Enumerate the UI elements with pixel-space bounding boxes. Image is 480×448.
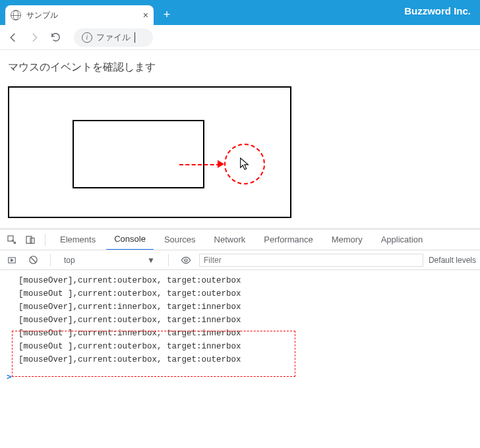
eye-icon[interactable] (178, 252, 194, 268)
svg-point-5 (185, 259, 187, 262)
play-icon[interactable] (4, 252, 20, 268)
devtools-tabbar: Elements Console Sources Network Perform… (0, 229, 480, 250)
filter-input[interactable] (199, 254, 423, 267)
tab-memory[interactable]: Memory (324, 229, 371, 250)
separator (168, 254, 169, 266)
inner-box[interactable] (73, 120, 204, 188)
console-output: [mouseOver],current:outerbox, target:out… (0, 270, 480, 369)
outer-box[interactable] (8, 86, 291, 218)
browser-tab[interactable]: サンプル × (5, 5, 154, 25)
globe-icon (11, 10, 21, 20)
browser-window: サンプル × + Buzzword Inc. i ファイル マウスのイベントを確… (0, 0, 480, 448)
forward-button[interactable] (28, 31, 41, 44)
inspect-icon[interactable] (4, 232, 20, 248)
devtools-panel: Elements Console Sources Network Perform… (0, 229, 480, 448)
back-button[interactable] (7, 31, 20, 44)
tab-network[interactable]: Network (206, 229, 254, 250)
demo-stage (8, 86, 472, 218)
cursor-ring (224, 144, 265, 184)
arrow-line (179, 164, 220, 165)
tab-title: サンプル (26, 10, 138, 21)
info-icon: i (82, 32, 92, 43)
close-icon[interactable]: × (143, 10, 148, 20)
console-log-line: [mouseOut ],current:outerbox, target:inn… (0, 340, 480, 353)
address-bar[interactable]: i ファイル (74, 28, 153, 47)
tab-console[interactable]: Console (106, 229, 154, 250)
console-log-line: [mouseOver],current:outerbox, target:inn… (0, 314, 480, 327)
separator (45, 234, 45, 246)
console-prompt[interactable]: > (0, 369, 480, 384)
console-log-line: [mouseOut ],current:outerbox, target:out… (0, 287, 480, 300)
device-toggle-icon[interactable] (22, 232, 38, 248)
browser-toolbar: i ファイル (0, 25, 480, 50)
chevron-down-icon: ▼ (147, 256, 155, 265)
console-log-line: [mouseOver],current:innerbox, target:inn… (0, 300, 480, 314)
svg-rect-1 (26, 236, 32, 243)
context-selector[interactable]: top ▼ (60, 256, 159, 265)
page-title: マウスのイベントを確認します (8, 61, 472, 74)
clear-console-icon[interactable] (25, 252, 41, 268)
separator (50, 254, 51, 266)
new-tab-button[interactable]: + (158, 5, 176, 24)
console-log-line: [mouseOut ],current:innerbox, target:inn… (0, 327, 480, 340)
console-toolbar: top ▼ Default levels (0, 250, 480, 270)
tab-performance[interactable]: Performance (256, 229, 320, 250)
context-label: top (64, 256, 75, 265)
text-cursor (135, 32, 135, 43)
titlebar: サンプル × + Buzzword Inc. (0, 0, 480, 25)
reload-button[interactable] (49, 31, 62, 44)
page-content: マウスのイベントを確認します (0, 50, 480, 229)
tab-sources[interactable]: Sources (156, 229, 204, 250)
cursor-icon (239, 157, 251, 171)
tab-elements[interactable]: Elements (52, 229, 104, 250)
log-level-selector[interactable]: Default levels (429, 256, 476, 265)
arrow-head-icon (218, 160, 224, 168)
address-text: ファイル (96, 32, 131, 43)
brand-label: Buzzword Inc. (404, 5, 471, 16)
svg-rect-2 (30, 238, 34, 243)
console-log-line: [mouseOver],current:outerbox, target:out… (0, 274, 480, 287)
tab-application[interactable]: Application (373, 229, 431, 250)
console-log-line: [mouseOver],current:outerbox, target:out… (0, 353, 480, 366)
